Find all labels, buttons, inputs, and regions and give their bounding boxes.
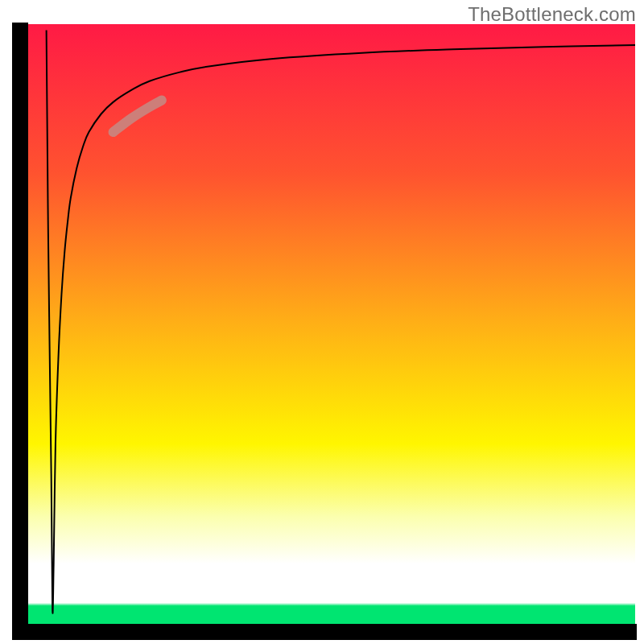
attribution-text: TheBottleneck.com [468,3,636,26]
x-axis [12,624,637,640]
bottleneck-chart [0,0,644,644]
chart-container: TheBottleneck.com [0,0,644,644]
plot-background [28,24,635,624]
y-axis [12,23,28,640]
